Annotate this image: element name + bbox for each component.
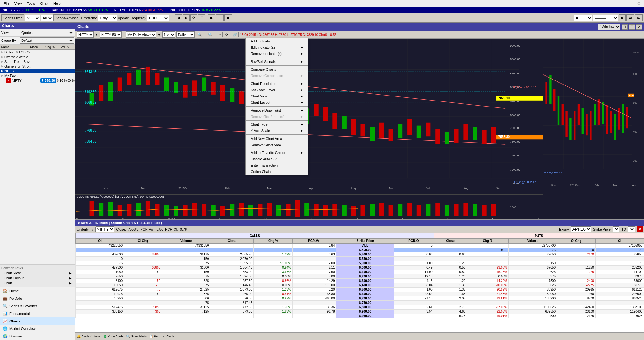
- expiry-select[interactable]: APR16MAY16: [571, 226, 591, 232]
- toolbar-icon-6[interactable]: ⏸: [216, 14, 224, 21]
- task-chart[interactable]: Chart ▶: [1, 281, 74, 286]
- close-scans-btn[interactable]: ✕: [637, 226, 643, 232]
- task-chart-layout[interactable]: Chart Layout ▶: [1, 276, 74, 281]
- list-item[interactable]: ▶ Gainers on Stro...: [0, 64, 75, 69]
- toolbar-icon-5[interactable]: ▶: [208, 14, 215, 21]
- table-row[interactable]: 10501501501,658.003.67%17.506,100.0014.0…: [76, 270, 644, 274]
- nav-home[interactable]: 🏠 Home: [0, 287, 75, 295]
- view-mode-select[interactable]: My-Daily-View*: [126, 31, 156, 38]
- table-row[interactable]: 6,950.005.75-19.01%450021753525: [76, 314, 644, 318]
- toolbar-icon-4[interactable]: ⊞: [198, 14, 205, 21]
- table-row[interactable]: 10050-75751,146.450.00%115.006,400.008.0…: [76, 283, 644, 288]
- table-row[interactable]: 5,450.000.0575075: [76, 248, 644, 252]
- ctx-add-favorite[interactable]: Add to Favorite Group ▶: [246, 150, 308, 156]
- ctx-chart-layout[interactable]: Chart Layout ▶: [246, 99, 308, 106]
- ctx-zoom-level[interactable]: Set Zoom Level ▶: [246, 87, 308, 93]
- table-row[interactable]: 12975150375965.00-0.51%138.805,600.0022.…: [76, 292, 644, 296]
- list-item[interactable]: ▶ SuperTrend Buy: [0, 59, 75, 64]
- interval-select[interactable]: DailyWeekly: [176, 31, 195, 38]
- scans-table-container[interactable]: CALLS PUTS OI OI Chg Volume Close Chg % …: [75, 233, 644, 332]
- alerts-criteria-btn[interactable]: 🔔 Alerts Criteria: [77, 335, 101, 338]
- table-row[interactable]: 49220850743326500.84ALL06275670037105950: [76, 244, 644, 248]
- list-item-myfavs[interactable]: ▶ My Favs: [0, 73, 75, 78]
- timeframe-select[interactable]: DailyWeekly: [98, 15, 117, 21]
- symbol-select[interactable]: NIFTY: [77, 31, 94, 38]
- zoom-in-btn[interactable]: 🔍+: [196, 32, 205, 37]
- scans-filter-btn[interactable]: Scans Filter: [1, 14, 24, 21]
- table-row[interactable]: 01502,070.005,550.00: [76, 257, 644, 261]
- scans-advisor-btn[interactable]: Scans/Advisor: [53, 14, 80, 21]
- nav-browser[interactable]: 🌍 Browser: [0, 332, 75, 340]
- chart-left[interactable]: 8643.45 8192.32 8068.82 7768.08 7584.85: [75, 39, 543, 219]
- table-row[interactable]: 2550-75751,394.000.00%5.006,200.0012.151…: [76, 274, 644, 279]
- task-chart-view[interactable]: Chart View ▶: [1, 271, 74, 276]
- ctx-remove-text[interactable]: Remove Text/Label(s) ▶: [246, 113, 308, 120]
- index-select[interactable]: NIFTY 50: [100, 31, 122, 38]
- menu-chart[interactable]: Chart: [37, 2, 51, 5]
- table-row[interactable]: 512475-585031125772.851.76%35.366,800.00…: [76, 305, 644, 310]
- ctx-add-indicator[interactable]: Add Indicator: [246, 39, 308, 44]
- toolbar-icon-9[interactable]: ⏭: [626, 14, 634, 21]
- list-item-nifty[interactable]: ▶ NIFTY: [0, 69, 75, 73]
- table-row[interactable]: 612675-75278251,073.001.23%3.206,500.001…: [76, 288, 644, 292]
- color-select[interactable]: ■: [574, 15, 592, 21]
- ctx-disable-auto[interactable]: Disable Auto S/R: [246, 156, 308, 162]
- chart-restore-btn[interactable]: ⊡: [622, 24, 628, 30]
- toolbar-icon-10[interactable]: ⏮: [635, 14, 643, 21]
- all-select[interactable]: All: [41, 15, 53, 21]
- menu-tools[interactable]: Tools: [24, 2, 37, 5]
- link-btn[interactable]: 🔗: [231, 32, 239, 37]
- view-select[interactable]: Quotes: [20, 30, 74, 36]
- nav-scans[interactable]: 🔍 Scans & Favorites: [0, 302, 75, 310]
- underlying-select[interactable]: NIFTY: [95, 226, 114, 232]
- ctx-remove-indicator[interactable]: Remove Indicator(s) ▶: [246, 51, 308, 57]
- ctx-buy-sell[interactable]: Buy/Sell Signals ▶: [246, 58, 308, 65]
- menu-view[interactable]: View: [12, 2, 25, 5]
- table-row[interactable]: 75817.456,750.00: [76, 301, 644, 305]
- table-row[interactable]: 402000-25800351752,065.201.09%0.635,500.…: [76, 252, 644, 257]
- toolbar-icon-3[interactable]: ⟳: [190, 14, 197, 21]
- table-row[interactable]: 477300-16800318001,564.450.94%2.116,000.…: [76, 266, 644, 270]
- list-item[interactable]: ▶ Bullish MACD Cr...: [0, 50, 75, 54]
- nav-charts[interactable]: 📈 Charts: [0, 317, 75, 325]
- nav-portfolio[interactable]: 💼 Portfolio: [0, 295, 75, 302]
- table-row[interactable]: 336150-3007125673.501.83%96.786,900.003.…: [76, 310, 644, 314]
- nav-fundamentals[interactable]: 📊 Fundamentals: [0, 310, 75, 317]
- menu-file[interactable]: File: [1, 2, 12, 5]
- ctx-remove-drawing[interactable]: Remove Drawing(s) ▶: [246, 107, 308, 113]
- strike-to-select[interactable]: [628, 226, 635, 232]
- window-select[interactable]: 1Window2Window: [598, 24, 620, 30]
- chart-max-btn[interactable]: ⊞: [629, 24, 635, 30]
- list-item-nifty-stock[interactable]: N NIFTY 7,558.30 0.16 % 80 %: [0, 78, 75, 83]
- scan-alerts-btn[interactable]: 🔍 Scan Alerts: [126, 335, 147, 338]
- table-row[interactable]: 750751,895.0051.60%2.005,900.001.001.251…: [76, 261, 644, 266]
- menu-help[interactable]: Help: [51, 2, 63, 5]
- ctx-y-axis-scale[interactable]: Y-Axis Scale ▶: [246, 128, 308, 134]
- ctx-option-chain[interactable]: Option Chain: [246, 168, 308, 175]
- toolbar-icon-2[interactable]: ▶: [183, 14, 190, 21]
- nav-market[interactable]: 🌐 Market Overview: [0, 325, 75, 332]
- table-row[interactable]: 40950-75300870.050.97%463.006,700.0021.1…: [76, 296, 644, 301]
- table-row[interactable]: 8100-1505251,257.50-0.86%14.296,300.004.…: [76, 279, 644, 283]
- ctx-remove-chart-area[interactable]: Remove Chart Area: [246, 142, 308, 148]
- ctx-chart-resolution[interactable]: Chart Resolution ▶: [246, 80, 308, 87]
- eod-select[interactable]: EODRealtime: [147, 15, 169, 21]
- portfolio-alerts-btn[interactable]: 📋 Portfolio Alerts: [149, 335, 174, 338]
- toolbar-icon-8[interactable]: ▶: [619, 14, 626, 21]
- groupby-select[interactable]: Default: [20, 37, 74, 44]
- ctx-chart-type[interactable]: Chart Type ▶: [246, 121, 308, 128]
- fit-btn[interactable]: ⤢: [217, 32, 223, 37]
- ctx-edit-indicator[interactable]: Edit Indicator(s) ▶: [246, 44, 308, 51]
- ctx-enter-transaction[interactable]: Enter Transaction: [246, 162, 308, 168]
- ctx-remove-comparison[interactable]: Remove Comparison ▶: [246, 73, 308, 79]
- zoom-out-btn[interactable]: 🔍-: [207, 32, 215, 37]
- toolbar-icon-1[interactable]: ◀: [175, 14, 182, 21]
- period-select[interactable]: 1-yr2-yr5-yr: [162, 31, 175, 38]
- ctx-compare[interactable]: Compare Charts: [246, 66, 308, 73]
- exchange-select[interactable]: NSEBSE: [25, 15, 40, 21]
- list-item[interactable]: ▶ Oversold with a...: [0, 54, 75, 59]
- ctx-add-chart-area[interactable]: Add New Chart Area: [246, 135, 308, 142]
- toolbar-icon-7[interactable]: ⏹: [224, 14, 232, 21]
- sync-btn[interactable]: ⟳: [224, 32, 230, 37]
- ctx-chart-view[interactable]: Chart View ▶: [246, 93, 308, 99]
